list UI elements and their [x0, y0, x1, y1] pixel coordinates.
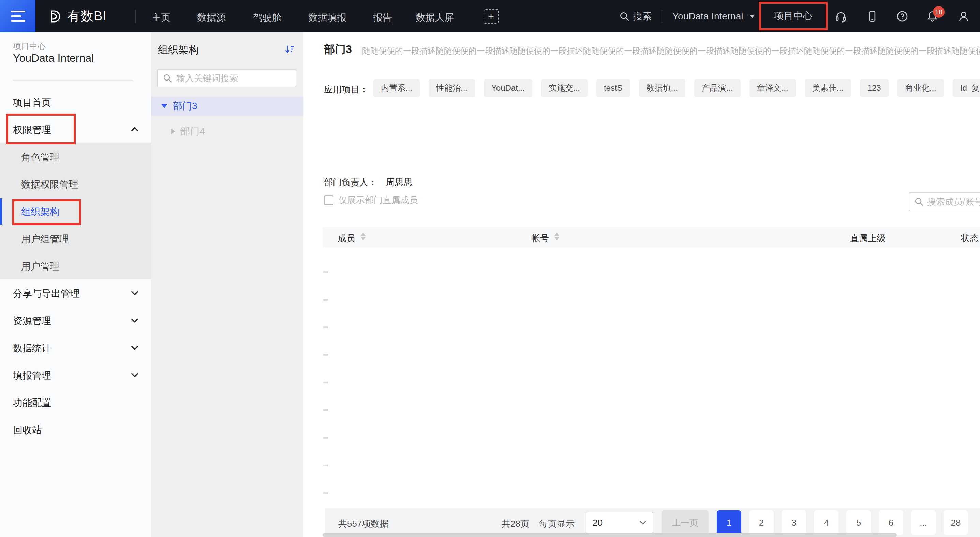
- chevron-down-icon: [130, 370, 140, 380]
- nav-report[interactable]: 报告: [373, 11, 392, 24]
- brand[interactable]: 有数BI: [47, 0, 107, 32]
- nav-cockpit[interactable]: 驾驶舱: [253, 11, 282, 24]
- row-loading-placeholder: [323, 465, 328, 466]
- sidebar-item-role-management[interactable]: 角色管理: [0, 143, 151, 170]
- page-count-text: 共28页: [501, 518, 529, 530]
- sidebar-item-user-group-management[interactable]: 用户组管理: [0, 225, 151, 252]
- sidebar-item-recycle-bin[interactable]: 回收站: [0, 416, 151, 443]
- page-button-5[interactable]: 5: [846, 510, 871, 535]
- workspace-name: YouData Internal: [673, 11, 743, 22]
- headset-support-icon[interactable]: [835, 10, 847, 22]
- project-tag[interactable]: 商业化...: [897, 79, 944, 97]
- page-button-6[interactable]: 6: [879, 510, 903, 535]
- page-button-28[interactable]: 28: [943, 510, 968, 535]
- member-search-input[interactable]: [927, 196, 980, 207]
- org-search-input[interactable]: [176, 73, 291, 84]
- direct-members-label: 仅展示部门直属成员: [338, 194, 418, 206]
- per-page-select[interactable]: 20: [586, 512, 653, 534]
- prev-page-button[interactable]: 上一页: [662, 510, 709, 535]
- help-icon[interactable]: [896, 10, 908, 22]
- project-tag[interactable]: 数据填...: [639, 79, 686, 97]
- row-loading-placeholder: [323, 271, 328, 273]
- per-page-label: 每页显示: [539, 518, 574, 530]
- app-window: 有数BI 主页 数据源 驾驶舱 数据填报 报告 数据大屏 + 搜索 YouDat…: [0, 0, 980, 537]
- project-tag[interactable]: 内置系...: [373, 79, 420, 97]
- sidebar-item-share-export-management[interactable]: 分享与导出管理: [0, 279, 151, 306]
- page-button-3[interactable]: 3: [781, 510, 806, 535]
- global-search[interactable]: 搜索: [619, 0, 652, 32]
- project-tag[interactable]: 章泽文...: [749, 79, 796, 97]
- sidebar-item-project-home[interactable]: 项目首页: [0, 88, 151, 115]
- notifications[interactable]: 18: [926, 10, 939, 22]
- hamburger-menu-button[interactable]: [0, 0, 35, 32]
- dept-manager-name: 周思思: [386, 176, 413, 188]
- sort-account-button[interactable]: [554, 233, 559, 240]
- member-search-box: [909, 192, 980, 211]
- sidebar-item-user-management[interactable]: 用户管理: [0, 252, 151, 279]
- horizontal-scrollbar-thumb[interactable]: [323, 533, 897, 537]
- add-module-button[interactable]: +: [484, 9, 498, 24]
- page-button-ellipsis[interactable]: ...: [911, 510, 935, 535]
- topbar-divider: [135, 10, 136, 23]
- project-center-button annotation-box-project-center[interactable]: 项目中心: [759, 2, 827, 30]
- sort-member-button[interactable]: [361, 233, 366, 240]
- nav-datasource[interactable]: 数据源: [197, 11, 226, 24]
- project-tag[interactable]: 性能治...: [429, 79, 475, 97]
- project-tag[interactable]: Id_复杂...: [953, 79, 980, 97]
- project-tag[interactable]: YouDat...: [484, 79, 532, 97]
- user-avatar-icon[interactable]: [958, 10, 970, 22]
- project-tag[interactable]: testS: [597, 79, 630, 97]
- project-tag[interactable]: 美素佳...: [805, 79, 851, 97]
- row-loading-placeholder: [323, 382, 328, 384]
- sidebar-section-label: 项目中心: [13, 41, 46, 52]
- nav-data-screen[interactable]: 数据大屏: [416, 11, 454, 24]
- page-button-4[interactable]: 4: [814, 510, 838, 535]
- caret-down-icon[interactable]: [161, 104, 167, 108]
- tree-node-dept4[interactable]: 部门4: [151, 122, 304, 141]
- project-tag[interactable]: 产品演...: [694, 79, 741, 97]
- search-icon: [619, 11, 630, 21]
- sidebar-item-data-statistics[interactable]: 数据统计: [0, 334, 151, 361]
- chevron-down-icon: [130, 316, 140, 325]
- sidebar-item-form-management[interactable]: 填报管理: [0, 361, 151, 388]
- org-tree-panel: 组织架构 部门3 部门4: [151, 32, 304, 537]
- sidebar-item-data-permission-management[interactable]: 数据权限管理: [0, 170, 151, 197]
- nav-data-entry[interactable]: 数据填报: [308, 11, 347, 24]
- search-icon: [163, 73, 172, 83]
- tree-node-dept3[interactable]: 部门3: [151, 97, 304, 116]
- member-table-header: 成员 帐号 直属上级 状态: [323, 227, 980, 247]
- caret-right-icon[interactable]: [171, 128, 175, 134]
- chevron-down-icon: [639, 520, 646, 525]
- project-tag[interactable]: 123: [860, 79, 889, 97]
- project-tag[interactable]: 实施交...: [541, 79, 587, 97]
- sidebar-item-function-config[interactable]: 功能配置: [0, 388, 151, 416]
- global-search-label: 搜索: [633, 10, 652, 23]
- workspace-selector[interactable]: YouData Internal: [673, 0, 755, 32]
- sort-order-icon[interactable]: [285, 44, 295, 55]
- row-loading-placeholder: [323, 410, 328, 411]
- project-sidebar: 项目中心 YouData Internal 项目首页 权限管理 角色管理 数据权…: [0, 32, 151, 537]
- mobile-app-icon[interactable]: [866, 10, 878, 22]
- page-button-1[interactable]: 1: [717, 510, 741, 535]
- youdata-logo-icon: [47, 9, 62, 24]
- column-account: 帐号: [531, 232, 549, 244]
- dept-title: 部门3: [324, 42, 352, 57]
- row-loading-placeholder: [323, 437, 328, 439]
- per-page-value: 20: [593, 518, 603, 528]
- direct-members-checkbox[interactable]: [324, 196, 334, 205]
- sidebar-item-resource-management[interactable]: 资源管理: [0, 306, 151, 334]
- page-button-2[interactable]: 2: [749, 510, 774, 535]
- topbar-divider-2: [662, 10, 662, 23]
- chevron-down-icon: [749, 15, 755, 18]
- column-status: 状态: [961, 232, 978, 244]
- dept-manager-label: 部门负责人：: [324, 176, 377, 188]
- column-member: 成员: [337, 232, 355, 244]
- sidebar-item-permission-management[interactable]: 权限管理: [0, 115, 151, 143]
- sidebar-item-org-structure[interactable]: 组织架构: [0, 197, 151, 225]
- active-item-indicator: [0, 198, 2, 225]
- dept-detail-content: 部门3 随随便便的一段描述随随便便的一段描述随随便便的一段描述随随便便的一段描述…: [304, 32, 980, 537]
- search-icon: [914, 197, 924, 206]
- org-panel-title: 组织架构: [158, 43, 199, 57]
- direct-members-filter[interactable]: 仅展示部门直属成员: [324, 194, 418, 206]
- nav-home[interactable]: 主页: [151, 11, 170, 24]
